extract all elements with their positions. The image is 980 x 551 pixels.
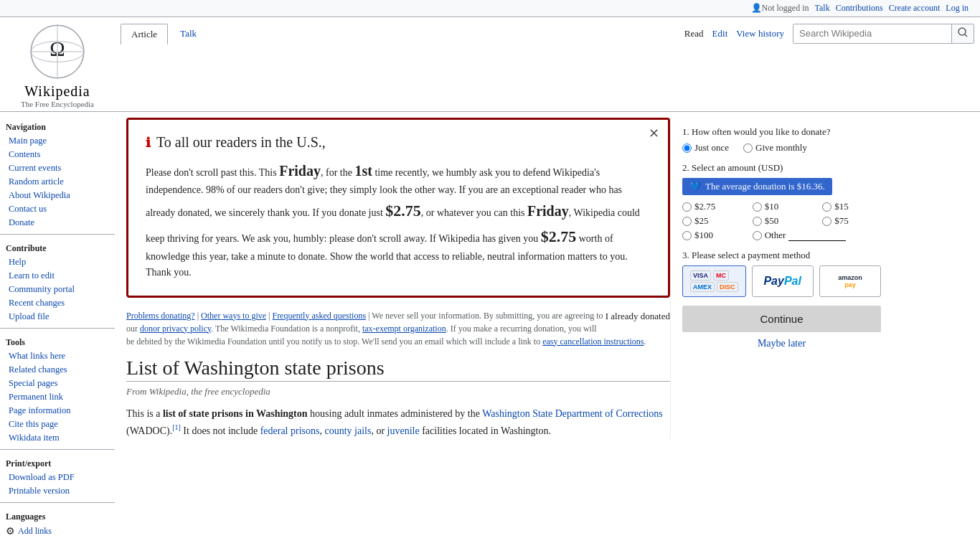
- card-payment-btn[interactable]: VISA MC AMEX DISC: [682, 265, 746, 297]
- sidebar-item-help[interactable]: Help: [0, 255, 115, 269]
- talk-link[interactable]: Talk: [815, 3, 830, 14]
- amount-10[interactable]: $10: [753, 201, 811, 212]
- amount-100[interactable]: $100: [682, 230, 741, 241]
- disc-icon: DISC: [717, 282, 738, 292]
- not-logged-in-label: Not logged in: [762, 3, 809, 14]
- gear-icon[interactable]: ⚙: [6, 525, 15, 537]
- paypal-payment-btn[interactable]: PayPal: [752, 265, 814, 297]
- view-history-link[interactable]: View history: [736, 28, 784, 39]
- sidebar-item-download-pdf[interactable]: Download as PDF: [0, 471, 115, 484]
- add-links[interactable]: Add links: [18, 526, 52, 537]
- content-header: Article Talk Read Edit View history: [115, 17, 980, 111]
- tab-article[interactable]: Article: [121, 24, 168, 44]
- sidebar-item-current-events[interactable]: Current events: [0, 161, 115, 175]
- donation-form-col: 1. How often would you like to donate? J…: [670, 118, 892, 439]
- sidebar-item-contents[interactable]: Contents: [0, 148, 115, 161]
- faq-link[interactable]: Frequently asked questions: [272, 311, 366, 321]
- give-monthly-option[interactable]: Give monthly: [743, 142, 807, 154]
- tabs-search-row: Article Talk Read Edit View history: [115, 17, 980, 44]
- amazon-payment-btn[interactable]: amazon pay: [819, 265, 881, 297]
- sidebar-item-page-information[interactable]: Page information: [0, 404, 115, 418]
- amount-2.75[interactable]: $2.75: [682, 201, 741, 212]
- page-content: ✕ ℹ To all our readers in the U.S., Plea…: [115, 112, 904, 545]
- view-actions: Read Edit View history: [684, 24, 974, 44]
- sidebar-item-printable-version[interactable]: Printable version: [0, 484, 115, 498]
- continue-button[interactable]: Continue: [682, 306, 881, 332]
- sidebar-item-contact[interactable]: Contact us: [0, 202, 115, 216]
- search-icon: [958, 27, 968, 37]
- article-link-3[interactable]: county jails: [324, 425, 371, 436]
- tax-exempt-link[interactable]: tax-exempt organization: [362, 324, 446, 334]
- card-icons: VISA MC AMEX DISC: [690, 270, 738, 292]
- article-title: List of Washington state prisons: [126, 357, 670, 382]
- logo-area: Ω Wikipedia The Free Encyclopedia: [0, 17, 115, 111]
- amount-100-radio[interactable]: [682, 231, 692, 240]
- amount-75[interactable]: $75: [822, 215, 881, 227]
- article-link-4[interactable]: juvenile: [387, 425, 420, 436]
- amount-2.75-radio[interactable]: [682, 202, 692, 212]
- search-button[interactable]: [951, 24, 974, 43]
- privacy-link[interactable]: donor privacy policy: [140, 324, 211, 334]
- read-link[interactable]: Read: [684, 28, 704, 39]
- sidebar-item-donate[interactable]: Donate: [0, 216, 115, 230]
- languages-section-title: Languages: [0, 507, 115, 524]
- other-ways-link[interactable]: Other ways to give: [201, 311, 266, 321]
- sidebar-item-recent-changes[interactable]: Recent changes: [0, 296, 115, 310]
- just-once-radio[interactable]: [682, 143, 692, 153]
- sidebar-item-special-pages[interactable]: Special pages: [0, 377, 115, 390]
- maybe-later-link[interactable]: Maybe later: [682, 338, 881, 349]
- donate-step-1: 1. How often would you like to donate? J…: [682, 126, 881, 154]
- tab-talk[interactable]: Talk: [169, 23, 207, 44]
- just-once-option[interactable]: Just once: [682, 142, 729, 154]
- amount-other-radio[interactable]: [753, 231, 762, 240]
- amount-25[interactable]: $25: [682, 215, 741, 227]
- create-account-link[interactable]: Create account: [889, 3, 941, 14]
- sidebar-item-what-links[interactable]: What links here: [0, 349, 115, 363]
- article-link-1[interactable]: Washington State Department of Correctio…: [482, 408, 663, 419]
- already-donated-label[interactable]: I already donated: [606, 309, 670, 324]
- log-in-link[interactable]: Log in: [946, 3, 969, 14]
- banner-text-4: , or whatever you can this: [421, 207, 527, 218]
- sidebar-divider-1: [0, 234, 115, 235]
- article-tabs: Article Talk: [121, 23, 209, 44]
- banner-amount-1: $2.75: [385, 202, 421, 220]
- sidebar-item-learn-to-edit[interactable]: Learn to edit: [0, 269, 115, 283]
- paypal-text: PayPal: [763, 275, 801, 288]
- give-monthly-label: Give monthly: [755, 142, 807, 154]
- sidebar-divider-2: [0, 328, 115, 329]
- amount-50-radio[interactable]: [753, 217, 762, 226]
- avg-donation-bar: 💙 The average donation is $16.36.: [682, 178, 832, 195]
- article-section: List of Washington state prisons From Wi…: [126, 357, 670, 439]
- sidebar-divider-4: [0, 502, 115, 503]
- close-button[interactable]: ✕: [649, 126, 659, 141]
- sidebar-item-cite-this-page[interactable]: Cite this page: [0, 418, 115, 431]
- donate-step-2: 2. Select an amount (USD) 💙 The average …: [682, 162, 881, 241]
- amount-25-radio[interactable]: [682, 217, 692, 226]
- sidebar-item-main-page[interactable]: Main page: [0, 134, 115, 148]
- visa-icon: VISA: [690, 270, 711, 281]
- sidebar-item-permanent-link[interactable]: Permanent link: [0, 390, 115, 404]
- edit-link[interactable]: Edit: [712, 28, 728, 39]
- banner-body: Please don't scroll past this. This Frid…: [146, 159, 651, 281]
- give-monthly-radio[interactable]: [743, 143, 753, 153]
- sidebar-item-related-changes[interactable]: Related changes: [0, 363, 115, 377]
- sidebar-item-upload-file[interactable]: Upload file: [0, 310, 115, 324]
- cancellation-link[interactable]: easy cancellation instructions: [542, 336, 644, 347]
- search-input[interactable]: [793, 25, 951, 42]
- amount-75-radio[interactable]: [822, 217, 831, 226]
- amount-15-radio[interactable]: [822, 202, 831, 212]
- article-ref-1[interactable]: [1]: [172, 423, 181, 431]
- amount-10-radio[interactable]: [753, 202, 762, 212]
- contributions-link[interactable]: Contributions: [836, 3, 883, 14]
- amount-other[interactable]: Other: [753, 230, 881, 241]
- problems-donating-link[interactable]: Problems donating?: [126, 311, 195, 321]
- print-section-title: Print/export: [0, 454, 115, 471]
- sidebar-item-wikidata-item[interactable]: Wikidata item: [0, 431, 115, 445]
- amount-15[interactable]: $15: [822, 201, 881, 212]
- article-link-2[interactable]: federal prisons: [260, 425, 320, 436]
- amount-50[interactable]: $50: [753, 215, 811, 227]
- sidebar-item-random-article[interactable]: Random article: [0, 175, 115, 189]
- sidebar-item-about[interactable]: About Wikipedia: [0, 189, 115, 202]
- sidebar-item-community-portal[interactable]: Community portal: [0, 283, 115, 296]
- other-amount-input[interactable]: [788, 230, 846, 241]
